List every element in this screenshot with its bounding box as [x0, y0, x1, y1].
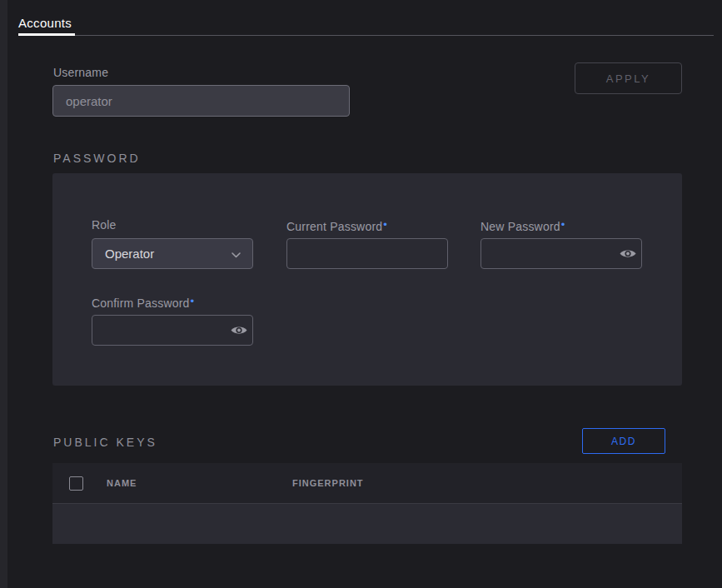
confirm-password-label: Confirm Password•: [92, 295, 194, 310]
new-password-input[interactable]: [481, 238, 642, 269]
select-all-checkbox[interactable]: [69, 476, 83, 491]
accounts-settings-page: Accounts Username APPLY PASSWORD Role Op…: [0, 0, 722, 588]
required-marker: •: [191, 295, 195, 307]
public-keys-table-header: NAME FINGERPRINT: [52, 463, 682, 504]
column-header-fingerprint: FINGERPRINT: [292, 478, 364, 488]
active-tab-underline: [18, 33, 75, 36]
password-panel: Role Operator Current Password• New Pass…: [52, 173, 682, 386]
confirm-password-input[interactable]: [92, 315, 253, 346]
role-selected-value: Operator: [105, 247, 154, 261]
add-public-key-button[interactable]: ADD: [582, 428, 665, 454]
current-password-input[interactable]: [286, 238, 448, 269]
required-marker: •: [561, 218, 565, 231]
tab-accounts[interactable]: Accounts: [18, 16, 72, 30]
eye-icon[interactable]: [230, 324, 248, 336]
username-label: Username: [53, 66, 108, 79]
apply-button[interactable]: APPLY: [575, 62, 682, 94]
left-edge-strip: [0, 0, 7, 588]
tabbar-divider: [18, 35, 714, 36]
username-input[interactable]: [52, 85, 350, 117]
column-header-name: NAME: [107, 478, 137, 488]
role-select[interactable]: Operator: [92, 238, 253, 269]
eye-icon[interactable]: [619, 247, 637, 260]
role-label: Role: [92, 218, 117, 232]
public-keys-table: NAME FINGERPRINT: [52, 463, 682, 544]
password-section-heading: PASSWORD: [53, 152, 141, 165]
public-keys-section-heading: PUBLIC KEYS: [53, 436, 157, 449]
public-keys-empty-row: [52, 504, 682, 544]
chevron-down-icon: [231, 249, 241, 263]
current-password-label: Current Password•: [286, 218, 387, 233]
required-marker: •: [383, 218, 387, 231]
new-password-label: New Password•: [481, 218, 565, 233]
